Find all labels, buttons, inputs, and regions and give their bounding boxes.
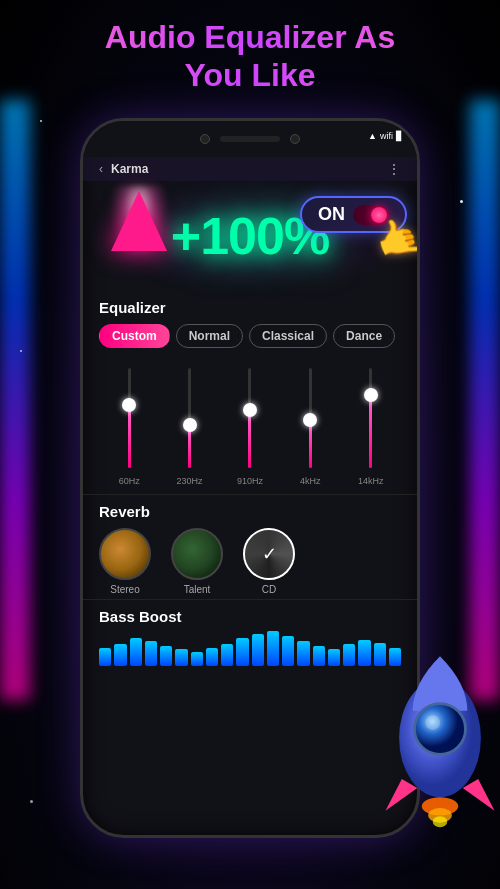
eq-fill-5 — [369, 398, 372, 468]
svg-point-1 — [415, 704, 466, 755]
eq-band-4[interactable]: 4kHz — [290, 368, 330, 486]
phone-top-bar: ▲ wifi ▊ — [83, 121, 417, 157]
reverb-thumb-talent — [171, 528, 223, 580]
eq-sliders-container: 60Hz 230Hz 910Hz — [99, 360, 401, 490]
reverb-item-talent[interactable]: Talent — [171, 528, 223, 595]
wifi-icon: wifi — [380, 131, 393, 141]
eq-knob-4[interactable] — [303, 413, 317, 427]
eq-band-1[interactable]: 60Hz — [109, 368, 149, 486]
bass-bar-16 — [328, 649, 340, 666]
page-title: Audio Equalizer As You Like — [0, 18, 500, 95]
eq-knob-1[interactable] — [122, 398, 136, 412]
phone-camera — [200, 134, 210, 144]
reverb-thumb-cd: ✓ — [243, 528, 295, 580]
phone-camera-2 — [290, 134, 300, 144]
eq-freq-1: 60Hz — [119, 476, 140, 486]
reverb-name-talent: Talent — [184, 584, 211, 595]
song-info-bar[interactable]: ‹ Karma ⋮ — [83, 157, 417, 181]
chip-classical[interactable]: Classical — [249, 324, 327, 348]
bass-bar-9 — [221, 644, 233, 666]
reverb-item-stereo[interactable]: Stereo — [99, 528, 151, 595]
bass-bar-3 — [130, 638, 142, 666]
bass-bar-4 — [145, 641, 157, 666]
arrow-up-icon — [111, 191, 167, 251]
reverb-thumb-stereo — [99, 528, 151, 580]
bass-bar-8 — [206, 648, 218, 666]
eq-freq-3: 910Hz — [237, 476, 263, 486]
bass-bar-15 — [313, 646, 325, 666]
chip-dance[interactable]: Dance — [333, 324, 395, 348]
bass-bar-11 — [252, 634, 264, 666]
chip-custom[interactable]: Custom — [99, 324, 170, 348]
eq-knob-5[interactable] — [364, 388, 378, 402]
eq-fill-1 — [128, 408, 131, 468]
svg-point-5 — [433, 816, 448, 827]
eq-knob-2[interactable] — [183, 418, 197, 432]
eq-track-4[interactable] — [309, 368, 312, 468]
reverb-item-cd[interactable]: ✓ CD — [243, 528, 295, 595]
bass-bar-14 — [297, 641, 309, 666]
eq-track-1[interactable] — [128, 368, 131, 468]
reverb-section: Reverb Stereo Talent ✓ CD — [83, 494, 417, 599]
reverb-items-container: Stereo Talent ✓ CD — [99, 528, 401, 595]
bass-bar-10 — [236, 638, 248, 666]
battery-icon: ▊ — [396, 131, 403, 141]
bass-bar-13 — [282, 636, 294, 666]
eq-band-3[interactable]: 910Hz — [230, 368, 270, 486]
bass-bar-17 — [343, 644, 355, 666]
back-chevron-icon: ‹ — [99, 162, 103, 176]
reverb-check-icon: ✓ — [245, 530, 293, 578]
phone-speaker — [220, 136, 280, 142]
reverb-name-cd: CD — [262, 584, 276, 595]
equalizer-label: Equalizer — [99, 299, 401, 316]
eq-track-3[interactable] — [248, 368, 251, 468]
status-icons: ▲ wifi ▊ — [368, 131, 403, 141]
eq-fill-3 — [248, 413, 251, 468]
eq-freq-2: 230Hz — [177, 476, 203, 486]
bass-bar-2 — [114, 644, 126, 666]
rocket-decoration — [360, 629, 500, 829]
eq-knob-3[interactable] — [243, 403, 257, 417]
rocket-svg — [360, 629, 500, 829]
bass-bar-7 — [191, 652, 203, 666]
equalizer-section: Equalizer Custom Normal Classical Dance … — [83, 291, 417, 494]
bass-bar-6 — [175, 649, 187, 666]
eq-fill-4 — [309, 423, 312, 468]
svg-point-2 — [425, 715, 440, 730]
more-options-icon[interactable]: ⋮ — [387, 161, 401, 177]
bass-bar-1 — [99, 648, 111, 666]
eq-band-2[interactable]: 230Hz — [170, 368, 210, 486]
reverb-name-stereo: Stereo — [110, 584, 139, 595]
preset-chips-container: Custom Normal Classical Dance — [99, 324, 401, 348]
toggle-area[interactable]: ON 🤙 — [300, 196, 407, 233]
bass-bars-container[interactable] — [99, 631, 401, 666]
eq-fill-2 — [188, 428, 191, 468]
reverb-label: Reverb — [99, 503, 401, 520]
percent-area: +100% ON 🤙 — [83, 181, 417, 291]
eq-band-5[interactable]: 14kHz — [351, 368, 391, 486]
eq-track-2[interactable] — [188, 368, 191, 468]
bass-boost-label: Bass Boost — [99, 608, 401, 625]
signal-icon: ▲ — [368, 131, 377, 141]
bass-bar-5 — [160, 646, 172, 666]
header: Audio Equalizer As You Like — [0, 18, 500, 95]
bass-bar-12 — [267, 631, 279, 666]
eq-freq-4: 4kHz — [300, 476, 321, 486]
eq-track-5[interactable] — [369, 368, 372, 468]
song-name: Karma — [111, 162, 148, 176]
eq-freq-5: 14kHz — [358, 476, 384, 486]
toggle-label: ON — [318, 204, 345, 225]
chip-normal[interactable]: Normal — [176, 324, 243, 348]
